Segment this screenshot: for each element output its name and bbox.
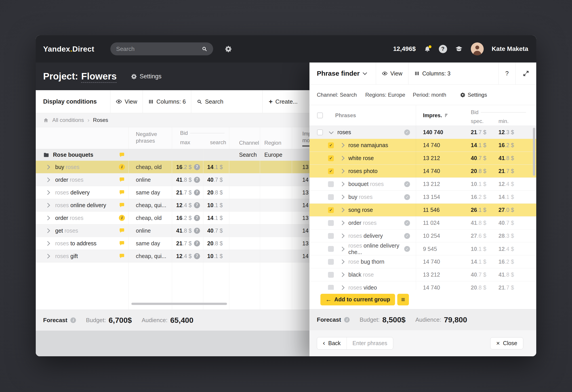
checkbox[interactable] [328, 272, 334, 278]
view-button[interactable]: View [110, 90, 143, 113]
chevron-right-icon[interactable] [45, 190, 50, 195]
chevron-right-icon[interactable] [45, 254, 50, 258]
chevron-right-icon[interactable] [340, 195, 345, 199]
finder-row[interactable]: roses delivery✓10 25427.6 $28.3 $ [309, 229, 536, 242]
settings-gear-icon[interactable] [225, 45, 232, 52]
filter-channel[interactable]: Channel: Search [317, 92, 357, 98]
finder-row[interactable]: order roses✓11 02441.8 $40.7 $ [309, 217, 536, 229]
checkbox[interactable] [328, 233, 334, 239]
info-icon[interactable]: i [344, 317, 350, 323]
add-to-group-button[interactable]: ← Add to current group [320, 294, 395, 305]
finder-view-label: View [390, 70, 402, 77]
info-icon[interactable]: i [119, 215, 125, 221]
bid-max-cell: 41.8 $7 [172, 173, 203, 186]
breadcrumb-root[interactable]: All conditions [52, 117, 84, 123]
chevron-right-icon[interactable] [340, 143, 345, 148]
finder-row[interactable]: ✓roses photo14 74020.8 $21.7 $ [309, 165, 536, 178]
finder-row[interactable]: ✓rose namajunas14 74014.1 $16.2 $ [309, 139, 536, 152]
finder-header-impressions[interactable]: Impres. [416, 105, 464, 126]
bid-spec-cell: 40.7 $ [464, 152, 494, 165]
comment-icon[interactable] [119, 228, 125, 234]
bid-min-cell: 21.7 $ [494, 165, 536, 178]
chevron-right-icon[interactable] [45, 165, 50, 169]
checkbox[interactable] [328, 220, 334, 226]
chevron-right-icon[interactable] [45, 228, 50, 233]
bid-spec-cell: 10.1 $ [464, 178, 494, 190]
chevron-down-icon[interactable] [329, 129, 334, 134]
finder-row[interactable]: roses online delivery che...✓9 54510.1 $… [309, 242, 536, 255]
checkbox[interactable] [328, 181, 334, 187]
chevron-right-icon[interactable] [340, 169, 345, 173]
checkbox[interactable]: ✓ [328, 207, 334, 213]
user-name[interactable]: Kate Maketa [492, 45, 528, 52]
comment-icon[interactable] [119, 190, 125, 196]
help-icon[interactable]: ? [439, 45, 447, 53]
finder-expand-button[interactable] [515, 62, 536, 84]
chevron-right-icon[interactable] [45, 203, 50, 207]
checkbox[interactable] [328, 194, 334, 200]
yandex-direct-logo[interactable]: Yandex.Direct [43, 45, 94, 53]
chevron-right-icon[interactable] [340, 285, 345, 290]
info-icon[interactable]: i [119, 164, 125, 170]
chevron-right-icon[interactable] [45, 215, 50, 220]
chevron-right-icon[interactable] [340, 221, 345, 225]
learning-cap-icon[interactable] [455, 45, 463, 53]
chevron-right-icon[interactable] [340, 234, 345, 238]
phrase-finder-title-dropdown[interactable]: Phrase finder [309, 62, 376, 84]
finder-columns-button[interactable]: Columns: 3 [408, 62, 456, 84]
breadcrumb-current: Roses [93, 117, 108, 123]
comment-icon[interactable] [119, 253, 125, 259]
vertical-scrollbar[interactable] [533, 128, 535, 176]
user-avatar[interactable] [471, 42, 484, 55]
checkbox[interactable] [328, 285, 334, 290]
checkbox[interactable] [317, 129, 323, 135]
comment-icon[interactable] [119, 241, 125, 246]
finder-row[interactable]: ✓song rose11 54626.1 $27.0 $ [309, 204, 536, 217]
finder-settings-button[interactable]: Settings [460, 92, 487, 98]
filter-regions[interactable]: Regions: Europe [365, 92, 405, 98]
filter-period[interactable]: Period: month [413, 92, 446, 98]
search-icon[interactable] [202, 46, 207, 52]
notifications-bell-icon[interactable] [424, 45, 431, 52]
checkbox[interactable]: ✓ [328, 168, 334, 174]
chevron-right-icon[interactable] [340, 208, 345, 212]
finder-row[interactable]: buy roses✓13 15416.2 $14.1 $ [309, 191, 536, 204]
info-icon[interactable]: i [70, 317, 76, 323]
global-search-input[interactable]: Search [110, 42, 213, 55]
horizontal-scrollbar[interactable] [131, 303, 227, 305]
finder-row[interactable]: roses✓140 74021.7 $12.3 $ [309, 126, 536, 139]
finder-row[interactable]: black rose13 21240.7 $41.8 $ [309, 268, 536, 281]
chevron-right-icon[interactable] [340, 182, 345, 186]
finder-row[interactable]: roses video14 74020.8 $21.7 $ [309, 281, 536, 290]
finder-row[interactable]: rose bug thorn14 74014.1 $16.2 $ [309, 255, 536, 268]
chevron-right-icon[interactable] [340, 272, 345, 277]
search-button[interactable]: Search [191, 90, 229, 113]
columns-button[interactable]: Columns: 6 [143, 90, 191, 113]
chevron-right-icon[interactable] [340, 156, 345, 161]
finder-help-button[interactable]: ? [498, 62, 515, 84]
chevron-right-icon[interactable] [45, 241, 50, 246]
finder-row[interactable]: bouquet roses✓13 21210.1 $12.4 $ [309, 178, 536, 191]
project-settings-button[interactable]: Settings [131, 73, 161, 80]
back-button[interactable]: ‹ Back [317, 337, 347, 349]
comment-icon[interactable] [119, 177, 125, 183]
finder-row[interactable]: ✓white rose13 21240.7 $41.8 $ [309, 152, 536, 165]
group-list-button[interactable]: ≡ [397, 294, 409, 305]
comment-icon[interactable] [119, 152, 125, 158]
create-button[interactable]: + Create... [262, 90, 304, 113]
select-all-checkbox[interactable] [317, 113, 323, 118]
comment-icon[interactable] [119, 202, 125, 208]
checkbox[interactable] [328, 246, 334, 252]
checkbox[interactable]: ✓ [328, 142, 334, 148]
checkbox[interactable] [328, 259, 334, 265]
enter-phrases-step[interactable]: Enter phrases [347, 337, 393, 349]
home-icon[interactable] [43, 117, 49, 123]
chevron-right-icon[interactable] [340, 246, 345, 251]
chevron-right-icon[interactable] [45, 177, 50, 182]
chevron-right-icon[interactable] [340, 259, 345, 264]
finder-view-button[interactable]: View [376, 62, 408, 84]
phrase-word: get [55, 227, 64, 234]
checkbox[interactable]: ✓ [328, 155, 334, 161]
project-name[interactable]: Flowers [81, 71, 117, 83]
close-button[interactable]: × Close [490, 337, 523, 349]
